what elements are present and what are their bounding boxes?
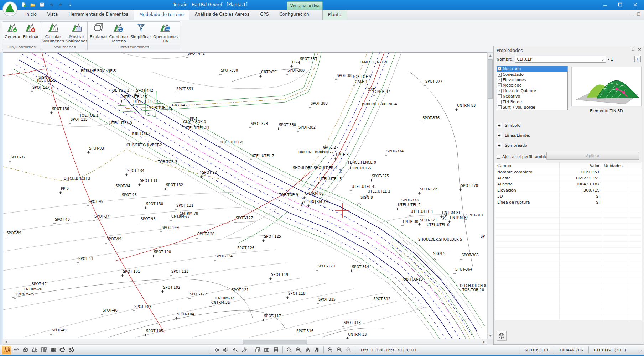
redo-icon[interactable] [57, 1, 64, 8]
expand-icon[interactable]: + [497, 123, 502, 128]
arrow-right-icon[interactable] [221, 346, 230, 354]
pan-icon[interactable] [312, 346, 322, 354]
zoom-out-icon[interactable] [335, 346, 344, 354]
ribbon-button-combinar-terreno[interactable]: Combinar Terreno [108, 22, 129, 43]
save-icon[interactable] [38, 1, 46, 8]
lock-icon[interactable] [303, 346, 312, 354]
checkbox-icon[interactable]: ✓ [498, 73, 502, 77]
doc-restore-icon[interactable]: ❐ [637, 12, 640, 17]
scroll-left-icon[interactable]: ◀ [3, 339, 9, 345]
table-row[interactable]: Elevación360.719 [495, 187, 642, 193]
doc-minimize-icon[interactable]: — [629, 12, 633, 17]
checkbox-icon[interactable] [498, 94, 502, 98]
map-label: SPOT-131 [175, 204, 193, 211]
customize-arrow-icon[interactable] [66, 1, 73, 8]
expand-icon[interactable]: + [497, 133, 502, 138]
tile-h-icon[interactable] [271, 346, 281, 354]
checkbox-icon[interactable]: ✓ [498, 67, 502, 71]
adjust-profile-checkbox[interactable] [497, 155, 500, 159]
svg-text:SPOT-105: SPOT-105 [146, 329, 163, 333]
app-logo-icon[interactable] [2, 1, 18, 17]
ribbon-button-simplificar[interactable]: Simplificar [130, 22, 152, 39]
flag-item-elevaciones[interactable]: ✓Elevaciones [497, 77, 567, 83]
name-combobox[interactable]: CLP.CLP ⌄ [515, 56, 606, 63]
table-row[interactable]: Al este669231.355 [495, 175, 642, 181]
table-row[interactable]: Nombre completoCLP.CLP-1 [495, 169, 642, 175]
tab-gps[interactable]: GPS [255, 10, 274, 20]
ribbon-button-explanar[interactable]: Explanar [89, 22, 108, 39]
polygon-icon[interactable] [58, 346, 67, 354]
open-folder-icon[interactable] [29, 1, 36, 8]
flag-item-conectado[interactable]: ✓Conectado [497, 72, 567, 77]
zoom-sel-icon[interactable] [294, 346, 303, 354]
points-icon[interactable] [67, 346, 76, 354]
tile-v-icon[interactable] [262, 346, 271, 354]
vertical-scroll-thumb[interactable] [488, 59, 493, 99]
flag-item-negativo[interactable]: Negativo [497, 94, 567, 99]
checkbox-icon[interactable]: ✓ [498, 78, 502, 82]
section-sombreado[interactable]: +Sombreado [497, 143, 527, 148]
zoom-off-icon[interactable] [344, 346, 353, 354]
section-linea-limite[interactable]: +Línea/Límite. [497, 133, 530, 138]
horizontal-scrollbar[interactable]: ◀ ▶ [3, 339, 487, 345]
cascade-icon[interactable] [253, 346, 262, 354]
checkbox-icon[interactable] [498, 105, 502, 109]
resize-grip[interactable]: ⋰ [639, 350, 643, 354]
map-label: TOE.TOE-3 [110, 89, 129, 93]
minimize-button[interactable] [598, 0, 613, 9]
camera-icon[interactable] [30, 346, 39, 354]
tab-planta[interactable]: Planta [322, 10, 347, 20]
tab-configuraci-n-[interactable]: Configuración: [274, 10, 316, 20]
ribbon-button-generar[interactable]: Generar [4, 22, 21, 39]
checkbox-icon[interactable] [498, 100, 502, 104]
maximize-button[interactable] [613, 0, 628, 9]
section-simbolo[interactable]: +Símbolo [497, 123, 520, 128]
cube-icon[interactable] [21, 346, 30, 354]
flag-item-modelado[interactable]: ✓Modelado [497, 83, 567, 88]
tab-an-lisis-de-cables-a-reos[interactable]: Análisis de Cables Aéreos [189, 10, 255, 20]
flag-item-tin-borde[interactable]: TIN Borde [497, 99, 567, 104]
settings-gear-button[interactable] [497, 331, 507, 341]
tab-inicio[interactable]: Inicio [20, 10, 42, 20]
tab-herramientas-de-elementos[interactable]: Herramientas de Elementos [63, 10, 134, 20]
flag-item-mostrado[interactable]: ✓Mostrado [497, 66, 567, 72]
contours-icon[interactable] [2, 346, 11, 354]
apply-button[interactable]: Aplicar [546, 152, 639, 160]
chevron-down-icon[interactable]: ⌄ [601, 57, 604, 62]
swoop-right-icon[interactable] [240, 346, 249, 354]
zoom-in-icon[interactable] [326, 346, 335, 354]
map-viewport[interactable]: SPOT-441BRKLINE.BRKLINE-5SIGN-7TOE.TOE-2… [3, 52, 487, 339]
tab-vista[interactable]: Vista [42, 10, 63, 20]
undo-icon[interactable] [48, 1, 55, 8]
arrow-left-icon[interactable] [212, 346, 221, 354]
polyline-icon[interactable] [11, 346, 21, 354]
table-row[interactable]: Al norte100433.187 [495, 181, 642, 187]
close-button[interactable] [628, 0, 643, 9]
tab-modelado-de-terreno[interactable]: Modelado de terreno [134, 10, 189, 20]
expand-icon[interactable]: + [497, 143, 502, 148]
swoop-left-icon[interactable] [230, 346, 240, 354]
grid-icon[interactable] [48, 346, 58, 354]
table-row[interactable]: 3DSi [495, 193, 642, 199]
ribbon-button-calcular-volúmenes[interactable]: Calcular Volúmenes [42, 22, 64, 43]
pin-icon[interactable] [631, 48, 635, 53]
scroll-down-icon[interactable]: ▼ [488, 333, 493, 339]
checkbox-icon[interactable]: ✓ [498, 83, 502, 87]
scroll-up-icon[interactable]: ▲ [488, 53, 493, 58]
panels-icon[interactable] [39, 346, 48, 354]
ribbon-button-mostrar-volúmenes[interactable]: Mostrar Volúmenes [65, 22, 88, 43]
terrain-drawing[interactable]: SPOT-441BRKLINE.BRKLINE-5SIGN-7TOE.TOE-2… [3, 53, 487, 339]
flag-item-línea-de-quiebre[interactable]: ✓Línea de Quiebre [497, 88, 567, 94]
panel-close-icon[interactable] [638, 48, 642, 53]
scroll-right-icon[interactable]: ▶ [482, 339, 487, 345]
table-row[interactable]: Línea de rupturaSi [495, 199, 642, 205]
ribbon-button-eliminar[interactable]: Eliminar [22, 22, 40, 39]
flag-item-surf-vol-borde[interactable]: Surf. / Vol. Borde [497, 105, 567, 110]
ribbon-button-operaciones-tin[interactable]: Operaciones TIN [152, 22, 178, 43]
add-element-button[interactable]: + [634, 56, 641, 62]
checkbox-icon[interactable]: ✓ [498, 89, 502, 93]
new-file-icon[interactable] [20, 1, 27, 8]
horizontal-scroll-thumb[interactable] [243, 340, 307, 344]
zoom-icon[interactable] [285, 346, 294, 354]
flags-listbox[interactable]: ✓Mostrado✓Conectado✓Elevaciones✓Modelado… [497, 66, 568, 110]
